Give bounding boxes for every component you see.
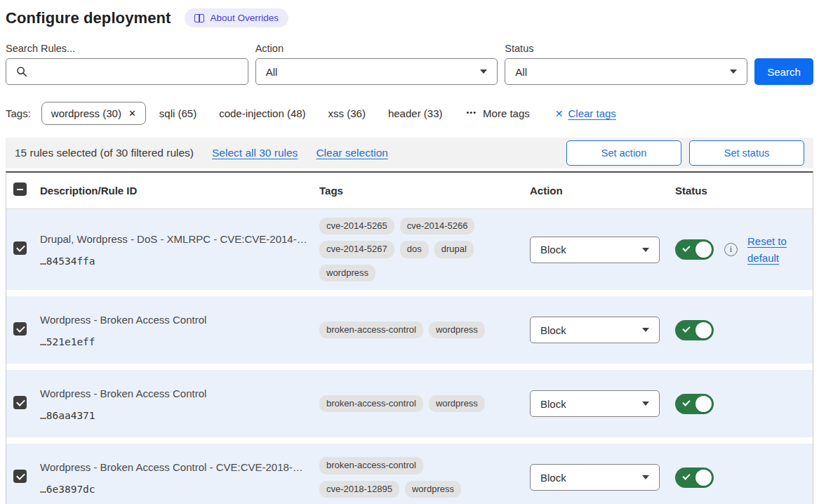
row-checkbox[interactable]	[13, 396, 27, 409]
action-select[interactable]: Block	[530, 237, 660, 263]
about-overrides-badge[interactable]: About Overrides	[185, 8, 288, 27]
description-cell: Wordpress - Broken Access Control - CVE:…	[40, 460, 319, 495]
about-overrides-label: About Overrides	[210, 13, 279, 23]
table-row: Wordpress - Broken Access Control …521e1…	[6, 296, 813, 364]
search-rules-input[interactable]	[6, 58, 248, 85]
table-row: Drupal, Wordpress - DoS - XMLRPC - CVE:C…	[6, 209, 813, 290]
tag-option[interactable]: code-injection (48)	[219, 107, 305, 119]
action-cell: Block	[530, 317, 675, 343]
action-select[interactable]: Block	[530, 464, 660, 491]
rule-description: Wordpress - Broken Access Control - CVE:…	[40, 460, 309, 475]
rule-id: …521e1eff	[40, 336, 309, 347]
tag-pill: cve-2014-5266	[400, 218, 475, 234]
tag-option[interactable]: header (33)	[388, 107, 443, 119]
toggle-knob	[695, 396, 712, 412]
search-rules-group: Search Rules...	[6, 43, 248, 85]
description-cell: Wordpress - Broken Access Control …86aa4…	[40, 387, 319, 421]
description-cell: Wordpress - Broken Access Control …521e1…	[40, 313, 319, 347]
clear-tags-link[interactable]: ✕ Clear tags	[555, 107, 616, 119]
column-header-action: Action	[530, 185, 675, 197]
description-cell: Drupal, Wordpress - DoS - XMLRPC - CVE:C…	[40, 232, 319, 267]
info-icon[interactable]: i	[724, 243, 738, 256]
clear-selection-link[interactable]: Clear selection	[316, 147, 388, 159]
column-header-status: Status	[675, 185, 813, 197]
configure-deployment-page: Configure deployment About Overrides Sea…	[0, 0, 819, 504]
row-checkbox-cell	[6, 322, 40, 338]
toggle-knob	[695, 470, 712, 486]
row-checkbox[interactable]	[13, 322, 27, 336]
table-row: Wordpress - Broken Access Control - CVE:…	[6, 444, 813, 504]
status-toggle[interactable]	[675, 467, 714, 488]
search-rules-field[interactable]	[34, 59, 238, 84]
action-select-value: Block	[540, 398, 566, 410]
action-select[interactable]: Block	[530, 317, 660, 343]
chevron-down-icon	[730, 69, 737, 74]
remove-tag-icon[interactable]: ✕	[128, 108, 136, 119]
action-filter-select[interactable]: All	[255, 58, 498, 85]
chevron-down-icon	[642, 328, 649, 332]
close-icon: ✕	[555, 108, 564, 119]
column-header-tags: Tags	[319, 185, 530, 197]
chevron-down-icon	[642, 402, 649, 406]
tag-option[interactable]: sqli (65)	[159, 107, 197, 119]
toggle-knob	[695, 322, 712, 338]
status-toggle[interactable]	[675, 320, 714, 340]
tag-options: sqli (65)code-injection (48)xss (36)head…	[159, 107, 443, 119]
status-cell	[675, 467, 813, 488]
tag-pill: wordpress	[319, 265, 375, 281]
rule-tags: broken-access-controlwordpress	[319, 395, 505, 412]
chevron-down-icon	[642, 248, 649, 252]
action-cell: Block	[530, 237, 675, 263]
filters-bar: Search Rules... Action All Status All	[6, 43, 813, 85]
rule-tags: broken-access-controlwordpress	[319, 321, 505, 338]
row-checkbox-cell	[6, 241, 40, 258]
set-status-button[interactable]: Set status	[689, 140, 804, 166]
status-filter-label: Status	[505, 43, 747, 54]
action-filter-label: Action	[255, 43, 498, 54]
selection-summary: 15 rules selected (of 30 filtered rules)	[15, 147, 194, 159]
status-cell	[675, 320, 813, 340]
set-action-button[interactable]: Set action	[566, 140, 681, 166]
status-cell	[675, 394, 813, 414]
row-checkbox-cell	[6, 470, 40, 486]
clear-tags-label: Clear tags	[568, 107, 615, 119]
table-header-row: Description/Rule ID Tags Action Status	[6, 173, 813, 209]
rule-tags: broken-access-controlcve-2018-12895wordp…	[319, 457, 505, 498]
page-header: Configure deployment About Overrides	[6, 8, 813, 27]
status-filter-select[interactable]: All	[505, 58, 747, 85]
action-filter-value: All	[266, 66, 278, 78]
rule-id: …86aa4371	[40, 410, 309, 421]
status-toggle[interactable]	[675, 394, 714, 414]
tags-label: Tags:	[6, 107, 31, 119]
reset-to-default-link[interactable]: Reset to default	[747, 233, 794, 267]
toggle-knob	[695, 241, 712, 258]
more-tags-label: More tags	[483, 107, 530, 119]
rule-id: …84534ffa	[40, 256, 309, 267]
select-all-link[interactable]: Select all 30 rules	[212, 147, 298, 159]
more-tags-button[interactable]: ••• More tags	[466, 107, 529, 119]
tag-pill: wordpress	[405, 481, 461, 498]
tag-pill: cve-2014-5265	[319, 218, 394, 234]
row-checkbox[interactable]	[13, 241, 27, 255]
status-cell: i Reset to default	[675, 233, 813, 267]
selection-bar: 15 rules selected (of 30 filtered rules)…	[6, 138, 813, 168]
table-row: Wordpress - Broken Access Control …86aa4…	[6, 370, 813, 437]
row-checkbox[interactable]	[13, 470, 27, 483]
select-all-checkbox[interactable]	[13, 183, 27, 196]
search-button[interactable]: Search	[754, 58, 813, 85]
status-filter-group: Status All	[505, 43, 747, 85]
status-toggle[interactable]	[675, 239, 714, 260]
select-all-cell	[6, 183, 40, 199]
chevron-down-icon	[642, 475, 649, 479]
action-filter-group: Action All	[255, 43, 498, 85]
action-select[interactable]: Block	[530, 390, 660, 417]
tag-option[interactable]: xss (36)	[328, 107, 366, 119]
action-select-value: Block	[540, 324, 566, 336]
tag-pill: cve-2014-5267	[319, 241, 394, 258]
selected-tag-chip[interactable]: wordpress (30) ✕	[41, 102, 146, 125]
rule-description: Drupal, Wordpress - DoS - XMLRPC - CVE:C…	[40, 232, 309, 246]
search-rules-label: Search Rules...	[6, 43, 248, 54]
chevron-down-icon	[480, 69, 487, 74]
tag-pill: broken-access-control	[319, 457, 423, 474]
tag-pill: broken-access-control	[319, 321, 423, 338]
